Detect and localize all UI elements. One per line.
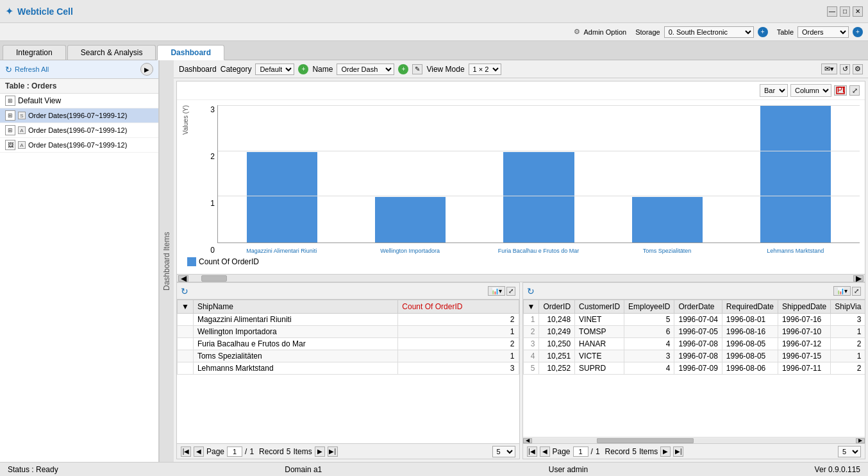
- sidebar-item-order-dates-a2[interactable]: 🖼 A Order Dates(1996-07~1999-12): [0, 138, 158, 153]
- right-col-orderid[interactable]: OrderID: [539, 300, 575, 314]
- left-table-row[interactable]: Wellington Importadora 1: [178, 326, 519, 338]
- left-table-row[interactable]: Lehmanns Marktstand 3: [178, 362, 519, 375]
- right-page-separator: /: [591, 447, 593, 456]
- left-data-table: ▼ ShipName Count Of OrderID M: [177, 300, 519, 443]
- minimize-button[interactable]: —: [827, 6, 837, 17]
- right-col-employeeid[interactable]: EmployeeID: [624, 300, 674, 314]
- scroll-right-btn[interactable]: ▶: [853, 275, 864, 282]
- left-table-row[interactable]: Toms Spezialitäten 1: [178, 350, 519, 362]
- refresh-dashboard-button[interactable]: ↺: [840, 64, 850, 74]
- left-page-input[interactable]: [227, 446, 242, 457]
- right-table-scrollbar[interactable]: ◀ ▶: [523, 437, 865, 443]
- right-col-shipvia[interactable]: ShipVia: [831, 300, 865, 314]
- svg-text:PDF: PDF: [837, 87, 845, 94]
- right-prev-page-btn[interactable]: ◀: [540, 446, 550, 457]
- left-col-shipname[interactable]: ShipName: [193, 300, 397, 314]
- left-table-row[interactable]: Furia Bacalhau e Frutos do Mar 2: [178, 338, 519, 350]
- cell-shippeddate: 1996-07-15: [778, 350, 830, 362]
- export-button[interactable]: ✉▾: [821, 64, 837, 74]
- x-label-4: Toms Spezialitäten: [603, 246, 731, 255]
- category-select[interactable]: Default: [255, 64, 294, 75]
- right-col-requireddate[interactable]: RequiredDate: [722, 300, 778, 314]
- right-col-customerid[interactable]: CustomerID: [575, 300, 624, 314]
- chart-scrollbar[interactable]: ◀ ▶: [177, 274, 865, 282]
- left-page-label: Page: [206, 447, 224, 456]
- left-table-export-button[interactable]: 📊▾: [488, 286, 505, 296]
- sidebar-item-order-dates-s[interactable]: ⊞ S Order Dates(1996-07~1999-12): [0, 108, 158, 123]
- tab-search-analysis[interactable]: Search & Analysis: [67, 45, 156, 60]
- left-prev-page-btn[interactable]: ◀: [194, 446, 204, 457]
- right-last-page-btn[interactable]: ▶|: [673, 446, 683, 457]
- name-edit-button[interactable]: ✎: [412, 64, 422, 74]
- chart-expand-button[interactable]: ⤢: [849, 85, 860, 96]
- right-scroll-thumb[interactable]: [597, 438, 694, 443]
- restore-button[interactable]: □: [840, 6, 850, 17]
- right-col-shippeddate[interactable]: ShippedDate: [778, 300, 830, 314]
- tab-dashboard[interactable]: Dashboard: [157, 45, 224, 60]
- cell-count: 1: [398, 326, 519, 338]
- left-first-page-btn[interactable]: |◀: [181, 446, 191, 457]
- cell-shipname: Wellington Importadora: [193, 326, 397, 338]
- scroll-thumb[interactable]: [201, 275, 227, 282]
- right-table-expand-button[interactable]: ⤢: [852, 287, 861, 296]
- right-table-row[interactable]: 1 10,248 VINET 5 1996-07-04 1996-08-01 1…: [523, 314, 865, 326]
- window-controls[interactable]: — □ ✕: [827, 6, 863, 17]
- right-next-page-btn[interactable]: ▶: [660, 446, 671, 457]
- table-label: Table: [777, 28, 794, 36]
- cell-orderdate: 1996-07-09: [674, 362, 722, 375]
- cell-customerid: VINET: [575, 314, 624, 326]
- admin-option-label: Admin Option: [584, 28, 627, 36]
- right-table-row[interactable]: 3 10,250 HANAR 4 1996-07-08 1996-08-05 1…: [523, 338, 865, 350]
- sidebar-table-header: Table : Orders: [0, 79, 158, 94]
- refresh-all-label[interactable]: Refresh All: [15, 65, 49, 73]
- chart-type-select[interactable]: Bar: [760, 84, 788, 97]
- table-select[interactable]: Orders: [797, 26, 849, 38]
- sidebar-expand-button[interactable]: ▶: [140, 63, 153, 76]
- left-table-refresh-icon[interactable]: ↻: [181, 286, 188, 296]
- right-col-orderdate[interactable]: OrderDate: [674, 300, 722, 314]
- tab-integration[interactable]: Integration: [3, 45, 66, 60]
- name-add-button[interactable]: +: [398, 64, 408, 74]
- right-first-page-btn[interactable]: |◀: [527, 446, 537, 457]
- right-table-row[interactable]: 4 10,251 VICTE 3 1996-07-08 1996-08-05 1…: [523, 350, 865, 362]
- sidebar-item-default-view[interactable]: ⊞ Default View: [0, 94, 158, 108]
- left-col-sort[interactable]: ▼: [178, 300, 194, 314]
- left-last-page-btn[interactable]: ▶|: [328, 446, 338, 457]
- right-page-input[interactable]: [573, 446, 588, 457]
- right-scroll-left[interactable]: ◀: [523, 438, 532, 443]
- right-col-sort[interactable]: ▼: [523, 300, 539, 314]
- category-add-button[interactable]: +: [298, 64, 308, 74]
- category-label: Category: [221, 65, 252, 74]
- bars-area: [218, 105, 860, 242]
- scroll-left-btn[interactable]: ◀: [178, 275, 188, 282]
- grid-icon: ⊞: [5, 96, 15, 106]
- right-table-row[interactable]: 2 10,249 TOMSP 6 1996-07-05 1996-08-16 1…: [523, 326, 865, 338]
- chart-export-icon[interactable]: PDF: [834, 85, 847, 96]
- left-table-row[interactable]: Magazzini Alimentari Riuniti 2: [178, 314, 519, 326]
- storage-add-button[interactable]: +: [758, 27, 768, 37]
- right-scroll-right[interactable]: ▶: [856, 438, 865, 443]
- close-button[interactable]: ✕: [853, 6, 863, 17]
- left-per-page-select[interactable]: 5: [492, 446, 515, 457]
- cell-shipname: Toms Spezialitäten: [193, 350, 397, 362]
- name-select[interactable]: Order Dash: [337, 64, 394, 75]
- name-label: Name: [312, 65, 333, 74]
- gridline-1: [218, 196, 860, 196]
- left-col-count[interactable]: Count Of OrderID: [398, 300, 519, 314]
- sidebar-item-order-dates-a1[interactable]: ⊞ A Order Dates(1996-07~1999-12): [0, 123, 158, 138]
- x-label-3: Furia Bacalhau e Frutos do Mar: [474, 246, 603, 255]
- right-table-export-button[interactable]: 📊▾: [833, 286, 851, 296]
- settings-button[interactable]: ⚙: [853, 64, 863, 74]
- right-table-refresh-icon[interactable]: ↻: [527, 286, 535, 296]
- cell-shipname: Lehmanns Marktstand: [193, 362, 397, 375]
- right-per-page-select[interactable]: 5: [838, 446, 861, 457]
- storage-select[interactable]: 0. South Electronic: [664, 26, 754, 38]
- table-add-button[interactable]: +: [853, 27, 863, 37]
- bar-group-5: [731, 105, 860, 242]
- view-mode-select[interactable]: 1 × 2: [469, 64, 501, 75]
- chart-column-select[interactable]: Column: [790, 84, 831, 97]
- left-table-expand-button[interactable]: ⤢: [506, 287, 515, 296]
- left-page-separator: /: [245, 447, 247, 456]
- right-table-row[interactable]: 5 10,252 SUPRD 4 1996-07-09 1996-08-06 1…: [523, 362, 865, 375]
- left-next-page-btn[interactable]: ▶: [315, 446, 325, 457]
